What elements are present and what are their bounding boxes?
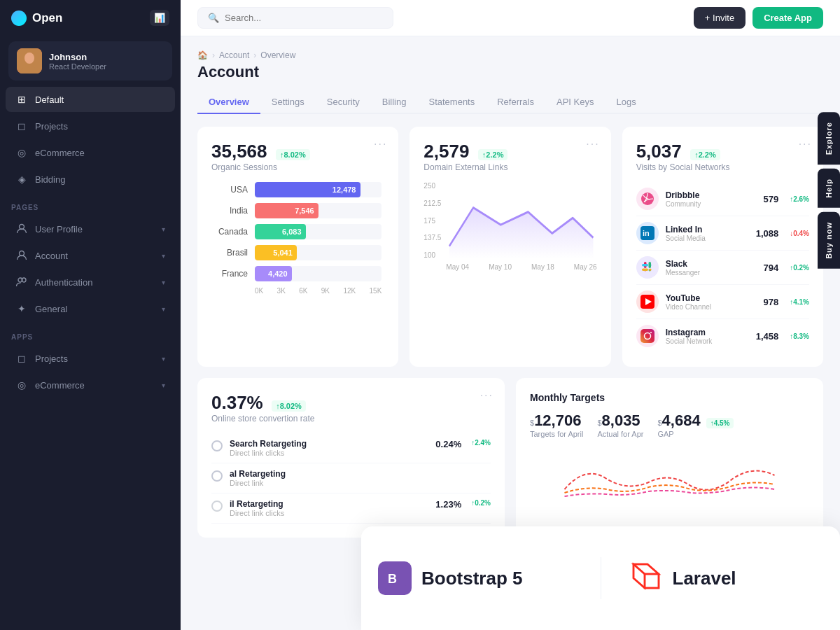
page-title: Account bbox=[197, 63, 823, 81]
buy-now-button[interactable]: Buy now bbox=[818, 212, 840, 269]
general-icon: ✦ bbox=[15, 302, 28, 315]
retarget-sub-2: Direct link clicks bbox=[230, 509, 284, 517]
chevron-down-icon: ▾ bbox=[162, 279, 165, 286]
tab-statements[interactable]: Statements bbox=[417, 91, 486, 114]
youtube-logo bbox=[636, 290, 659, 313]
linkedin-name: Linked In bbox=[666, 225, 749, 234]
chevron-down-icon: ▾ bbox=[162, 355, 165, 363]
svg-rect-18 bbox=[649, 269, 652, 272]
social-item-dribbble: Dribbble Community 579 ↑2.6% bbox=[636, 182, 809, 216]
tab-settings[interactable]: Settings bbox=[260, 91, 316, 114]
svg-rect-13 bbox=[642, 264, 648, 267]
create-app-button[interactable]: Create App bbox=[752, 7, 823, 29]
grid-icon: ⊞ bbox=[15, 93, 28, 106]
retarget-icon-0 bbox=[211, 440, 223, 451]
promo-laravel: Laravel bbox=[629, 561, 824, 595]
tab-logs[interactable]: Logs bbox=[605, 91, 647, 114]
sidebar-item-label: Default bbox=[35, 94, 64, 105]
explore-button[interactable]: Explore bbox=[818, 112, 840, 164]
monthly-actual-label: Actual for Apr bbox=[597, 430, 643, 438]
chart-icon[interactable]: 📊 bbox=[150, 10, 169, 26]
retarget-item-0: Search Retargeting Direct link clicks 0.… bbox=[211, 433, 491, 463]
promo-divider bbox=[601, 557, 601, 599]
tab-security[interactable]: Security bbox=[316, 91, 371, 114]
sidebar-item-general[interactable]: ✦ General ▾ bbox=[6, 296, 175, 321]
monthly-card: Monthly Targets $12,706 Targets for Apri… bbox=[516, 378, 823, 538]
youtube-type: Video Channel bbox=[666, 303, 757, 311]
sidebar-item-bidding[interactable]: ◈ Bidding bbox=[6, 167, 175, 192]
user-card[interactable]: Johnson React Developer bbox=[8, 41, 172, 80]
header: 🔍 + Invite Create App bbox=[181, 0, 840, 36]
bar-chart: USA 12,478 India 7,546 Canada 6,083 Bras… bbox=[211, 182, 384, 295]
dribbble-change: ↑2.6% bbox=[790, 195, 809, 203]
svg-rect-17 bbox=[642, 269, 648, 272]
sidebar-item-default[interactable]: ⊞ Default bbox=[6, 87, 175, 112]
header-actions: + Invite Create App bbox=[694, 7, 823, 29]
invite-button[interactable]: + Invite bbox=[694, 7, 746, 29]
user-icon bbox=[15, 223, 28, 235]
more-menu-conversion[interactable]: ··· bbox=[480, 389, 493, 402]
monthly-targets-label: Targets for April bbox=[530, 430, 583, 438]
svg-rect-15 bbox=[648, 262, 651, 268]
more-menu-domain[interactable]: ··· bbox=[586, 138, 599, 150]
circle-icon: ◎ bbox=[15, 146, 28, 159]
svg-text:in: in bbox=[643, 229, 650, 237]
monthly-title: Monthly Targets bbox=[530, 392, 809, 403]
retarget-change-0: ↑2.4% bbox=[471, 439, 491, 447]
youtube-change: ↑4.1% bbox=[790, 298, 809, 306]
laravel-icon bbox=[629, 561, 663, 595]
search-bar[interactable]: 🔍 bbox=[197, 7, 393, 29]
stat-card-organic: ··· 35,568 ↑8.02% Organic Sessions USA 1… bbox=[197, 127, 398, 367]
retarget-pct-2: 1.23% bbox=[435, 499, 461, 510]
tab-api-keys[interactable]: API Keys bbox=[545, 91, 605, 114]
sidebar-item-projects-app[interactable]: ◻ Projects ▾ bbox=[6, 346, 175, 371]
sidebar-item-label: User Profile bbox=[35, 224, 83, 234]
conversion-card: ··· 0.37% ↑8.02% Online store convertion… bbox=[197, 378, 505, 538]
sidebar-item-label: Projects bbox=[35, 121, 68, 132]
dribbble-name: Dribbble bbox=[666, 190, 757, 200]
diamond-icon: ◈ bbox=[15, 173, 28, 186]
social-item-instagram: Instagram Social Network 1,458 ↑8.3% bbox=[636, 319, 809, 353]
sidebar-item-label: Authentication bbox=[35, 277, 92, 288]
sidebar-item-projects[interactable]: ◻ Projects bbox=[6, 113, 175, 139]
tab-referrals[interactable]: Referrals bbox=[486, 91, 545, 114]
more-menu-organic[interactable]: ··· bbox=[374, 138, 387, 150]
monthly-values: $12,706 Targets for April $8,035 Actual … bbox=[530, 412, 809, 438]
svg-point-1 bbox=[24, 52, 34, 64]
sidebar-item-authentication[interactable]: Authentication ▾ bbox=[6, 270, 175, 295]
dribbble-logo bbox=[636, 188, 659, 210]
sidebar-item-ecommerce[interactable]: ◎ eCommerce bbox=[6, 140, 175, 165]
main-content: 🔍 + Invite Create App 🏠 › Account › Over… bbox=[181, 0, 840, 630]
instagram-type: Social Network bbox=[666, 337, 749, 345]
conversion-badge: ↑8.02% bbox=[272, 400, 306, 412]
monthly-gap-value: 4,684 bbox=[662, 412, 701, 429]
sidebar-item-ecommerce-app[interactable]: ◎ eCommerce ▾ bbox=[6, 372, 175, 398]
breadcrumb: 🏠 › Account › Overview bbox=[197, 50, 823, 60]
sidebar-item-label: General bbox=[35, 304, 67, 314]
linkedin-change: ↓0.4% bbox=[790, 230, 809, 237]
user-role: React Developer bbox=[49, 62, 106, 71]
stat-label-organic: Organic Sessions bbox=[211, 162, 384, 172]
retarget-pct-0: 0.24% bbox=[435, 439, 461, 449]
youtube-name: YouTube bbox=[666, 293, 757, 303]
more-menu-social[interactable]: ··· bbox=[799, 138, 812, 150]
sidebar-item-user-profile[interactable]: User Profile ▾ bbox=[6, 216, 175, 241]
linkedin-logo: in bbox=[636, 222, 659, 244]
user-name: Johnson bbox=[49, 52, 106, 62]
search-input[interactable] bbox=[225, 13, 383, 23]
stat-value-social: 5,037 ↑2.2% bbox=[636, 141, 809, 162]
bottom-grid: ··· 0.37% ↑8.02% Online store convertion… bbox=[197, 378, 823, 538]
linkedin-type: Social Media bbox=[666, 234, 749, 242]
help-button[interactable]: Help bbox=[818, 169, 840, 208]
tab-billing[interactable]: Billing bbox=[371, 91, 418, 114]
svg-text:B: B bbox=[388, 572, 397, 586]
sidebar-item-account[interactable]: Account ▾ bbox=[6, 243, 175, 268]
social-item-youtube: YouTube Video Channel 978 ↑4.1% bbox=[636, 285, 809, 319]
retarget-item-2: il Retargeting Direct link clicks 1.23% … bbox=[211, 493, 491, 524]
logo-icon bbox=[11, 10, 27, 26]
sidebar-item-label: Account bbox=[35, 251, 68, 261]
breadcrumb-account[interactable]: Account bbox=[219, 50, 249, 60]
tab-overview[interactable]: Overview bbox=[197, 91, 260, 114]
stat-value-domain: 2,579 ↑2.2% bbox=[424, 141, 596, 162]
stat-badge-domain: ↑2.2% bbox=[478, 149, 508, 160]
